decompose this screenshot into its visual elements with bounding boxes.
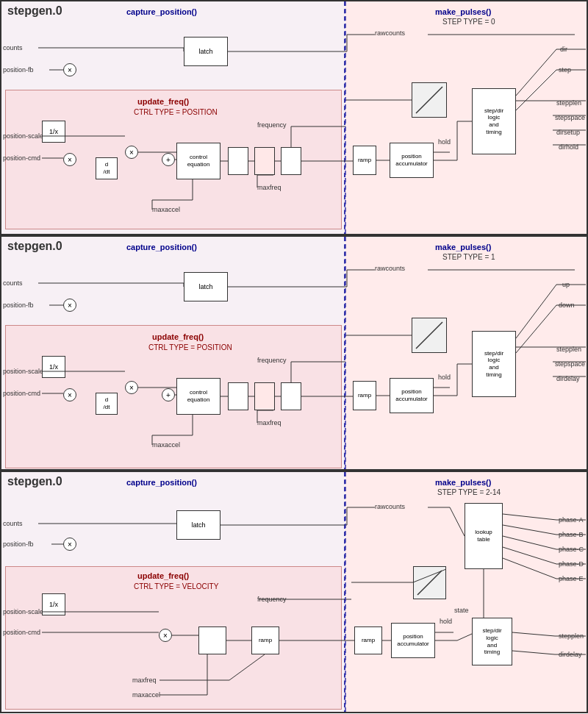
s3-frequency: frequency (257, 596, 287, 603)
s3-stepdir-box: step/dirlogicandtiming (472, 618, 512, 665)
s2-stepdir-box: step/dirlogicandtiming (472, 331, 516, 397)
s3-phase-e: phase-E (559, 575, 584, 582)
s1-position-cmd: position-cmd (3, 154, 40, 162)
s1-pos-acc-box: positionaccumulator (390, 143, 434, 178)
s1-limiter1-box (228, 147, 248, 175)
s3-pos-acc-box: positionaccumulator (391, 623, 435, 658)
s3-rawcounts: rawcounts (375, 503, 405, 510)
s2-rawcounts: rawcounts (375, 265, 405, 272)
s3-position-scale: position-scale (3, 608, 43, 615)
s2-maxaccel: maxaccel (152, 441, 180, 449)
s2-stepplen: stepplen (556, 346, 581, 353)
s2-stepspace: stepspace (555, 360, 585, 368)
s3-hold-label: hold (440, 618, 452, 625)
s2-limiter2-box (254, 382, 275, 410)
s1-counts: counts (3, 44, 23, 51)
s3-latch-box: latch (176, 510, 220, 540)
section2-ctrl-type: CTRL TYPE = POSITION (148, 343, 232, 351)
s3-position-fb: position-fb (3, 540, 34, 548)
s2-ramp-box: ramp (353, 381, 376, 410)
s2-up: up (562, 281, 570, 288)
section2-update-label: update_freq() (152, 332, 204, 341)
s1-oneover-x-box: 1/x (42, 121, 65, 143)
section3-capture-label: capture_position() (126, 478, 197, 487)
s1-stepplen: stepplen (556, 99, 581, 107)
s3-position-cmd: position-cmd (3, 629, 40, 636)
s2-control-eq-box: controlequation (176, 378, 220, 415)
section3-step-type: STEP TYPE = 2-14 (437, 488, 501, 496)
s2-freq-limiter-box (412, 318, 447, 353)
svg-line-77 (417, 571, 442, 595)
section1: stepgen.0 capture_position() make_pulses… (0, 0, 588, 235)
s1-mult4-circle: × (63, 153, 76, 166)
s3-dirdelay: dirdelay (559, 651, 582, 658)
s1-position-fb: position-fb (3, 66, 34, 74)
s1-rawcounts: rawcounts (375, 29, 405, 37)
s3-maxfreq: maxfreq (132, 676, 157, 684)
s3-stepplen: stepplen (559, 632, 584, 640)
s3-lookup-box: lookuptable (465, 503, 503, 569)
s2-maxfreq: maxfreq (257, 419, 282, 426)
section1-update-label: update_freq() (137, 97, 189, 106)
s3-mult2-circle: × (159, 629, 172, 642)
s3-ramp2-box: ramp (354, 626, 382, 654)
s3-phase-b: phase-B (559, 531, 584, 538)
s2-position-cmd: position-cmd (3, 390, 40, 397)
s2-mult2-circle: × (125, 381, 138, 394)
s1-limiter3-box (281, 147, 301, 175)
s1-ramp-box: ramp (353, 146, 376, 175)
section2-capture-label: capture_position() (126, 243, 197, 251)
s3-counts: counts (3, 520, 23, 527)
s2-mult3-circle: + (162, 388, 175, 401)
section2-make-label: make_pulses() (435, 243, 491, 251)
s1-step: step (559, 66, 571, 74)
s1-dirhold: dirhold (559, 143, 578, 151)
s3-phase-c: phase-C (559, 546, 584, 553)
section1-capture-label: capture_position() (126, 7, 197, 16)
section2-title: stepgen.0 (7, 240, 62, 253)
s2-position-fb: position-fb (3, 301, 34, 309)
s1-hold-label: hold (438, 138, 451, 146)
s2-mult4-circle: × (63, 388, 76, 401)
s3-phase-d: phase-D (559, 560, 584, 568)
s1-freq-limiter-box (412, 82, 447, 118)
section1-step-type: STEP TYPE = 0 (442, 18, 495, 26)
svg-line-0 (416, 87, 442, 113)
s2-down: down (559, 301, 575, 309)
s1-dirsetup: dirsetup (556, 129, 580, 136)
s2-dirdelay: dirdelay (556, 375, 580, 382)
section3: stepgen.0 capture_position() make_pulses… (0, 471, 588, 713)
section2-step-type: STEP TYPE = 1 (442, 253, 495, 261)
s2-hold-label: hold (438, 374, 451, 381)
s2-position-scale: position-scale (3, 368, 43, 375)
s1-dir: dir (560, 46, 567, 53)
s2-latch-box: latch (184, 272, 228, 301)
s2-oneover-x-box: 1/x (42, 356, 65, 378)
s3-mult1-circle: × (63, 538, 76, 551)
s3-maxaccel: maxaccel (132, 691, 160, 699)
s2-counts: counts (3, 279, 23, 287)
s3-vel-limiter-box (198, 626, 226, 654)
s1-stepdir-box: step/dirlogicandtiming (472, 88, 516, 154)
s1-mult3-circle: + (162, 153, 175, 166)
section3-make-label: make_pulses() (435, 478, 491, 487)
section1-title: stepgen.0 (7, 4, 62, 18)
s2-frequency: frequency (257, 357, 287, 364)
s1-stepspace: stepspace (555, 114, 585, 121)
s2-limiter1-box (228, 382, 248, 410)
section1-make-label: make_pulses() (435, 7, 491, 16)
s3-phase-a: phase-A (559, 516, 584, 524)
s3-freq-limiter-box (413, 566, 446, 599)
s1-position-scale: position-scale (3, 132, 43, 140)
section3-ctrl-type: CTRL TYPE = VELOCITY (134, 582, 218, 590)
s1-latch-box: latch (184, 37, 228, 66)
s1-limiter2-box (254, 147, 275, 175)
s2-mult1-circle: × (63, 299, 76, 312)
s3-ramp1-box: ramp (251, 626, 279, 654)
s3-state-label: state (454, 607, 469, 614)
section3-update-label: update_freq() (137, 571, 189, 580)
section2: stepgen.0 capture_position() make_pulses… (0, 235, 588, 471)
s1-ddt-box: d/dt (96, 157, 118, 179)
s2-ddt-box: d/dt (96, 393, 118, 415)
s1-maxfreq: maxfreq (257, 184, 282, 191)
